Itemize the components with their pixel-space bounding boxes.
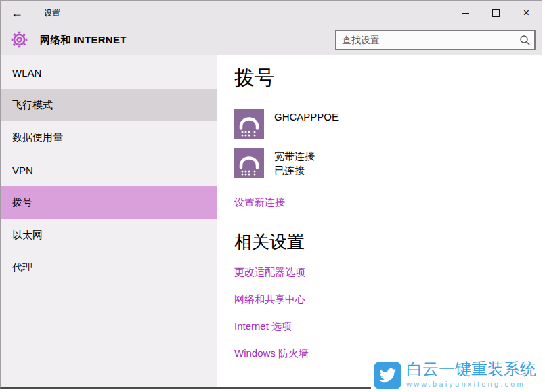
titlebar: ← 设置 × <box>1 1 542 25</box>
sidebar-item-label: 代理 <box>12 261 32 274</box>
close-icon: × <box>523 7 529 18</box>
maximize-icon <box>492 9 500 17</box>
page-header: 网络和 INTERNET <box>1 25 542 55</box>
sidebar: WLAN 飞行模式 数据使用量 VPN 拨号 以太网 代理 <box>1 55 217 387</box>
back-button[interactable]: ← <box>1 1 33 25</box>
connection-name: 宽带连接 <box>274 149 315 163</box>
connection-status: 已连接 <box>274 163 315 177</box>
window-controls: × <box>450 1 542 25</box>
main-row: WLAN 飞行模式 数据使用量 VPN 拨号 以太网 代理 拨号 <box>1 55 542 387</box>
sidebar-item-vpn[interactable]: VPN <box>1 154 217 186</box>
related-settings-heading: 相关设置 <box>234 231 305 253</box>
search-input[interactable] <box>336 35 515 45</box>
watermark-brand: 白云一键重装系统 <box>406 360 536 378</box>
maximize-button[interactable] <box>481 1 511 25</box>
connection-item-ghcapppoe[interactable]: GHCAPPPOE <box>234 109 339 139</box>
sidebar-item-dialup[interactable]: 拨号 <box>1 186 217 219</box>
app-title: 设置 <box>44 7 60 19</box>
connection-text: GHCAPPPOE <box>274 109 339 139</box>
page-title: 网络和 INTERNET <box>40 34 127 47</box>
sidebar-item-label: 飞行模式 <box>12 99 53 112</box>
watermark-url: www.baiyunxitong.com <box>406 380 536 388</box>
search-box[interactable] <box>335 30 536 50</box>
watermark-text: 白云一键重装系统 www.baiyunxitong.com <box>406 360 536 392</box>
watermark-bird-icon <box>374 362 401 389</box>
dialup-heading: 拨号 <box>234 66 275 90</box>
gear-icon <box>10 30 28 51</box>
sidebar-item-data-usage[interactable]: 数据使用量 <box>1 121 217 154</box>
sidebar-item-label: 数据使用量 <box>12 131 63 144</box>
internet-options-link[interactable]: Internet 选项 <box>234 321 309 332</box>
search-icon[interactable] <box>515 35 534 46</box>
dialup-phone-icon <box>234 109 264 139</box>
minimize-icon <box>462 13 469 14</box>
change-adapter-options-link[interactable]: 更改适配器选项 <box>234 267 309 278</box>
connection-text: 宽带连接 已连接 <box>274 148 315 178</box>
sidebar-item-proxy[interactable]: 代理 <box>1 251 217 284</box>
minimize-button[interactable] <box>450 1 481 25</box>
sidebar-item-wlan[interactable]: WLAN <box>1 56 217 89</box>
sidebar-item-airplane-mode[interactable]: 飞行模式 <box>1 89 217 121</box>
sidebar-item-label: 拨号 <box>12 196 32 209</box>
connection-item-broadband[interactable]: 宽带连接 已连接 <box>234 148 315 178</box>
watermark: 白云一键重装系统 www.baiyunxitong.com <box>371 353 545 392</box>
windows-firewall-link[interactable]: Windows 防火墙 <box>234 348 309 359</box>
network-sharing-center-link[interactable]: 网络和共享中心 <box>234 294 309 305</box>
sidebar-item-label: VPN <box>12 165 33 176</box>
sidebar-item-label: WLAN <box>12 67 41 79</box>
close-button[interactable]: × <box>511 1 542 25</box>
content-pane: 拨号 GHCAPPPOE <box>217 55 542 387</box>
back-arrow-icon: ← <box>11 6 23 20</box>
setup-new-connection-link[interactable]: 设置新连接 <box>234 196 285 209</box>
sidebar-item-label: 以太网 <box>12 229 43 242</box>
sidebar-item-ethernet[interactable]: 以太网 <box>1 219 217 251</box>
related-links: 更改适配器选项 网络和共享中心 Internet 选项 Windows 防火墙 <box>234 267 309 375</box>
settings-window: ← 设置 × <box>0 0 542 389</box>
connection-name: GHCAPPPOE <box>274 110 339 124</box>
dialup-phone-icon <box>234 148 264 178</box>
